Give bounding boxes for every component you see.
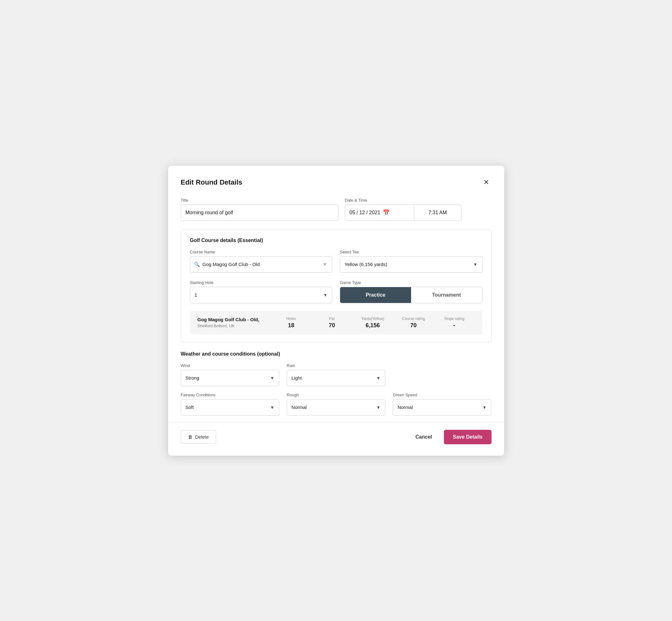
time-input-box[interactable]: 7:31 AM	[414, 204, 462, 221]
footer-right-buttons: Cancel Save Details	[411, 430, 492, 444]
course-name-input[interactable]	[203, 261, 319, 267]
select-tee-label: Select Tee	[340, 250, 482, 254]
course-rating-label: Course rating	[402, 317, 425, 321]
select-tee-dropdown[interactable]: Yellow (6,156 yards) ▼	[340, 256, 482, 273]
course-info-name: Gog Magog Golf Club - Old,	[198, 317, 271, 322]
slope-rating-stat: Slope rating -	[434, 317, 474, 329]
course-tee-row: Course Name 🔍 ✕ Select Tee Yellow (6,156…	[190, 250, 482, 273]
green-speed-dropdown[interactable]: Normal ▼	[393, 399, 491, 416]
slope-rating-label: Slope rating	[444, 317, 464, 321]
fairway-label: Fairway Conditions	[181, 392, 279, 397]
yards-value: 6,156	[366, 322, 380, 329]
delete-button[interactable]: 🗑 Delete	[181, 430, 216, 444]
chevron-down-icon-3: ▼	[270, 375, 275, 380]
datetime-inputs: 05 / 12 / 2021 📅 7:31 AM	[345, 204, 462, 221]
par-label: Par	[329, 317, 335, 321]
game-type-group: Game Type Practice Tournament	[340, 280, 482, 303]
slope-rating-value: -	[453, 322, 455, 329]
rain-label: Rain	[287, 363, 385, 368]
chevron-down-icon-6: ▼	[376, 405, 380, 410]
wind-group: Wind Strong ▼	[181, 363, 279, 386]
rain-dropdown[interactable]: Light ▼	[287, 370, 385, 386]
date-value: 05 / 12 / 2021	[349, 210, 380, 215]
starting-hole-label: Starting Hole	[190, 280, 333, 285]
weather-section-title: Weather and course conditions (optional)	[181, 351, 492, 357]
rain-value: Light	[292, 375, 302, 380]
yards-label: Yards(Yellow)	[361, 317, 384, 321]
wind-value: Strong	[185, 375, 199, 380]
close-button[interactable]: ✕	[481, 177, 492, 188]
course-name-search-wrap[interactable]: 🔍 ✕	[190, 256, 333, 273]
starting-hole-value: 1	[195, 292, 197, 298]
select-tee-group: Select Tee Yellow (6,156 yards) ▼	[340, 250, 482, 273]
wind-dropdown[interactable]: Strong ▼	[181, 370, 279, 386]
golf-course-section: Golf Course details (Essential) Course N…	[181, 230, 492, 342]
game-type-toggle: Practice Tournament	[340, 287, 482, 303]
course-holes-stat: Holes 18	[271, 317, 311, 329]
calendar-icon: 📅	[383, 209, 390, 216]
tournament-button[interactable]: Tournament	[411, 287, 482, 303]
course-par-stat: Par 70	[311, 317, 352, 329]
wind-label: Wind	[181, 363, 279, 368]
practice-button[interactable]: Practice	[340, 287, 411, 303]
trash-icon: 🗑	[188, 434, 193, 440]
hole-gametype-row: Starting Hole 1 ▼ Game Type Practice Tou…	[190, 280, 482, 303]
cancel-button[interactable]: Cancel	[411, 431, 436, 443]
course-name-label: Course Name	[190, 250, 333, 254]
modal-header: Edit Round Details ✕	[181, 177, 492, 188]
fairway-dropdown[interactable]: Soft ▼	[181, 399, 279, 416]
course-info-location: Shelford Bottom, UK	[198, 323, 271, 328]
chevron-down-icon-2: ▼	[323, 292, 328, 298]
title-label: Title	[181, 198, 339, 203]
holes-value: 18	[288, 322, 294, 329]
golf-section-title: Golf Course details (Essential)	[190, 238, 482, 243]
chevron-down-icon: ▼	[473, 262, 478, 267]
course-yards-stat: Yards(Yellow) 6,156	[352, 317, 393, 329]
course-name-group: Course Name 🔍 ✕	[190, 250, 333, 273]
green-speed-group: Green Speed Normal ▼	[393, 392, 491, 416]
time-value: 7:31 AM	[428, 210, 447, 215]
fairway-group: Fairway Conditions Soft ▼	[181, 392, 279, 416]
game-type-label: Game Type	[340, 280, 482, 285]
starting-hole-group: Starting Hole 1 ▼	[190, 280, 333, 303]
holes-label: Holes	[286, 317, 296, 321]
course-info-name-group: Gog Magog Golf Club - Old, Shelford Bott…	[198, 317, 271, 328]
chevron-down-icon-4: ▼	[376, 375, 380, 380]
par-value: 70	[329, 322, 335, 329]
rough-dropdown[interactable]: Normal ▼	[287, 399, 385, 416]
weather-section: Weather and course conditions (optional)…	[181, 351, 492, 416]
modal-footer: 🗑 Delete Cancel Save Details	[181, 430, 492, 444]
course-name-clear-button[interactable]: ✕	[322, 261, 328, 268]
rain-group: Rain Light ▼	[287, 363, 385, 386]
green-speed-value: Normal	[397, 405, 413, 410]
fairway-value: Soft	[185, 405, 194, 410]
rough-value: Normal	[292, 405, 307, 410]
chevron-down-icon-5: ▼	[270, 405, 275, 410]
starting-hole-dropdown[interactable]: 1 ▼	[190, 287, 333, 303]
modal-title: Edit Round Details	[181, 178, 243, 187]
save-button[interactable]: Save Details	[444, 430, 491, 444]
fairway-rough-green-row: Fairway Conditions Soft ▼ Rough Normal ▼…	[181, 392, 492, 416]
edit-round-modal: Edit Round Details ✕ Title Date & Time 0…	[168, 166, 504, 456]
date-input-box[interactable]: 05 / 12 / 2021 📅	[345, 204, 414, 221]
title-field-group: Title	[181, 198, 339, 221]
select-tee-value: Yellow (6,156 yards)	[344, 261, 387, 267]
search-icon: 🔍	[194, 261, 200, 267]
title-datetime-row: Title Date & Time 05 / 12 / 2021 📅 7:31 …	[181, 198, 492, 221]
course-info-card: Gog Magog Golf Club - Old, Shelford Bott…	[190, 311, 482, 334]
footer-divider	[168, 422, 504, 422]
course-rating-stat: Course rating 70	[393, 317, 434, 329]
datetime-label: Date & Time	[345, 198, 462, 203]
rough-group: Rough Normal ▼	[287, 392, 385, 416]
title-input[interactable]	[181, 204, 339, 221]
course-rating-value: 70	[411, 322, 417, 329]
wind-rain-row: Wind Strong ▼ Rain Light ▼	[181, 363, 492, 386]
chevron-down-icon-7: ▼	[482, 405, 487, 410]
delete-label: Delete	[195, 434, 209, 440]
green-speed-label: Green Speed	[393, 392, 491, 397]
datetime-field-group: Date & Time 05 / 12 / 2021 📅 7:31 AM	[345, 198, 462, 221]
rough-label: Rough	[287, 392, 385, 397]
